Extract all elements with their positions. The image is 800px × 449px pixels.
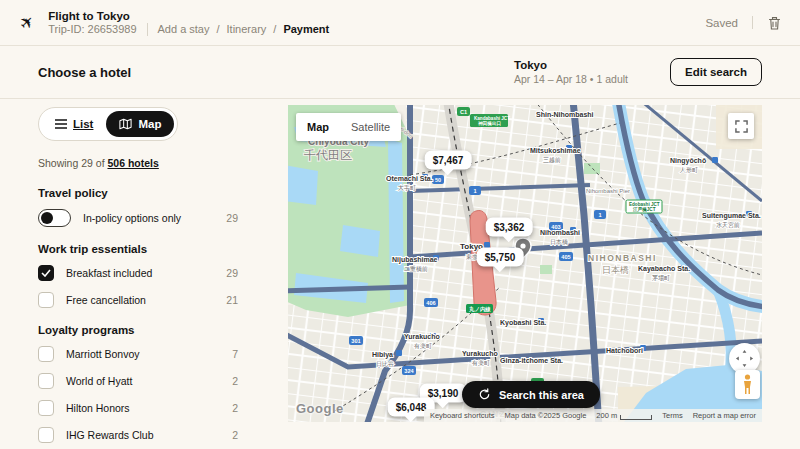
search-this-area-button[interactable]: Search this area (462, 381, 600, 408)
trip-id: Trip-ID: 26653989 (48, 23, 136, 35)
svg-text:Kayabacho Sta.: Kayabacho Sta. (638, 265, 690, 273)
loyalty-heading: Loyalty programs (38, 324, 238, 336)
fullscreen-button[interactable] (728, 113, 754, 139)
svg-text:有楽町: 有楽町 (413, 342, 432, 349)
map-type-satellite[interactable]: Satellite (340, 113, 401, 141)
metro-line-badge: 丸ノ内線 (466, 304, 493, 313)
edit-search-button[interactable]: Edit search (670, 58, 762, 86)
filter-count: 7 (232, 348, 238, 360)
results-summary: Showing 29 of 506 hotels (38, 157, 238, 169)
svg-text:Ginza-itchome Sta.: Ginza-itchome Sta. (500, 357, 563, 364)
results-prefix: Showing 29 of (38, 157, 107, 169)
map-tiles: C1 C1 1 1 50 403 405 406 324 301 (288, 105, 762, 422)
top-header: ✈ Flight to Tokyo Trip-ID: 26653989 Add … (0, 0, 800, 46)
svg-text:茅場町: 茅場町 (652, 274, 670, 282)
filter-label: Hilton Honors (66, 402, 130, 414)
price-label: $3,362 (494, 222, 525, 233)
filter-world-of-hyatt[interactable]: World of Hyatt 2 (38, 373, 238, 389)
checkbox-unchecked[interactable] (38, 292, 54, 308)
svg-text:Nihombashi: Nihombashi (540, 229, 580, 236)
divider (147, 23, 148, 36)
filter-in-policy[interactable]: In-policy options only 29 (38, 209, 238, 227)
pegman-control[interactable] (735, 370, 760, 399)
svg-text:50: 50 (435, 177, 441, 183)
map-scale: 200 m (596, 411, 652, 420)
filter-count: 2 (232, 402, 238, 414)
filters-sidebar: List Map Showing 29 of 506 hotels Travel… (38, 107, 238, 449)
trash-icon (767, 15, 782, 31)
svg-text:Nijubashimae: Nijubashimae (392, 256, 438, 264)
terms-link[interactable]: Terms (662, 411, 682, 420)
hotel-price-marker[interactable]: $7,467 (425, 151, 472, 170)
svg-text:有楽町: 有楽町 (471, 359, 490, 366)
divider (752, 16, 753, 29)
list-view-button[interactable]: List (42, 111, 106, 137)
filter-label: Breakfast included (66, 267, 152, 279)
filter-count: 29 (226, 212, 238, 224)
trip-block: Flight to Tokyo Trip-ID: 26653989 Add a … (48, 10, 329, 36)
svg-text:C1: C1 (460, 109, 467, 115)
svg-text:405: 405 (561, 254, 570, 260)
filter-marriott-bonvoy[interactable]: Marriott Bonvoy 7 (38, 346, 238, 362)
svg-text:1: 1 (473, 188, 476, 194)
hotel-price-marker[interactable]: $3,362 (486, 218, 533, 237)
refresh-icon (478, 388, 491, 401)
filter-label: IHG Rewards Club (66, 429, 154, 441)
delete-trip-button[interactable] (767, 15, 782, 31)
price-label: $5,750 (485, 252, 516, 263)
breadcrumb-add-a-stay[interactable]: Add a stay (158, 23, 210, 35)
subheader: Choose a hotel Tokyo Apr 14 – Apr 18 • 1… (0, 46, 800, 99)
checkbox-unchecked[interactable] (38, 346, 54, 362)
report-map-error-link[interactable]: Report a map error (693, 411, 756, 420)
svg-text:丸ノ内線: 丸ノ内線 (468, 306, 491, 313)
pegman-icon (742, 374, 753, 395)
map-view-button[interactable]: Map (106, 111, 174, 137)
google-logo[interactable]: Google (296, 401, 344, 416)
filter-hilton-honors[interactable]: Hilton Honors 2 (38, 400, 238, 416)
filter-count: 21 (226, 294, 238, 306)
price-label: $3,190 (428, 388, 459, 399)
svg-text:1: 1 (598, 212, 601, 218)
svg-text:301: 301 (351, 338, 360, 344)
search-area-label: Search this area (499, 389, 584, 401)
svg-text:Mitsukoshimae: Mitsukoshimae (530, 147, 581, 154)
svg-text:Otemachi Sta.: Otemachi Sta. (386, 175, 433, 182)
checkbox-unchecked[interactable] (38, 400, 54, 416)
map-type-control: Map Satellite (296, 113, 401, 141)
svg-text:406: 406 (426, 300, 435, 306)
checkbox-unchecked[interactable] (38, 427, 54, 443)
hotel-price-marker[interactable]: $5,750 (477, 248, 524, 267)
scale-bar (620, 415, 652, 420)
in-policy-toggle[interactable] (38, 209, 71, 227)
saved-status: Saved (705, 17, 738, 29)
map-attribution: Keyboard shortcuts Map data ©2025 Google… (424, 409, 762, 422)
filter-breakfast-included[interactable]: Breakfast included 29 (38, 265, 238, 281)
svg-text:Edobashi JCT: Edobashi JCT (629, 202, 660, 207)
svg-text:NIHONBASHI: NIHONBASHI (588, 253, 657, 263)
check-icon (41, 269, 51, 277)
map-canvas[interactable]: C1 C1 1 1 50 403 405 406 324 301 (288, 105, 762, 422)
svg-text:Yurakucho: Yurakucho (404, 333, 440, 340)
breadcrumb-payment[interactable]: Payment (283, 23, 329, 35)
hotel-search-page: ✈ Flight to Tokyo Trip-ID: 26653989 Add … (0, 0, 800, 449)
fullscreen-icon (735, 120, 748, 133)
essentials-heading: Work trip essentials (38, 243, 238, 255)
filter-ihg-rewards-club[interactable]: IHG Rewards Club 2 (38, 427, 238, 443)
breadcrumb-itinerary[interactable]: Itinerary (227, 23, 267, 35)
checkbox-unchecked[interactable] (38, 373, 54, 389)
results-count-link[interactable]: 506 hotels (107, 157, 158, 169)
toggle-knob (41, 212, 53, 224)
svg-text:Hatchobori: Hatchobori (606, 347, 643, 354)
map-type-map[interactable]: Map (296, 113, 340, 141)
svg-text:Suitengumae Sta.: Suitengumae Sta. (702, 212, 761, 220)
list-view-label: List (73, 118, 93, 130)
keyboard-shortcuts-link[interactable]: Keyboard shortcuts (430, 411, 495, 420)
breadcrumb-separator: / (217, 23, 220, 35)
breadcrumb-separator: / (273, 23, 276, 35)
checkbox-checked[interactable] (38, 265, 54, 281)
travel-policy-heading: Travel policy (38, 187, 238, 199)
svg-text:日本橋: 日本橋 (550, 239, 568, 246)
filter-free-cancellation[interactable]: Free cancellation 21 (38, 292, 238, 308)
svg-text:324: 324 (404, 368, 414, 374)
svg-text:三越前: 三越前 (543, 157, 561, 164)
